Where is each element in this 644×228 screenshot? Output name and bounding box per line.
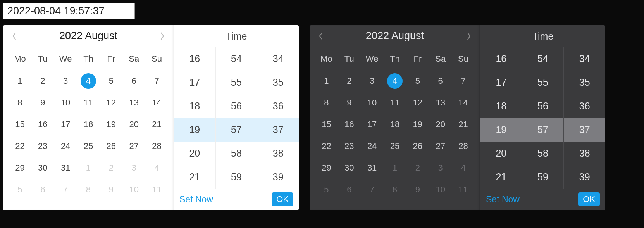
day-cell[interactable]: 11 — [145, 180, 168, 200]
time-cell[interactable]: 57 — [216, 118, 257, 142]
day-cell[interactable]: 25 — [384, 136, 406, 156]
day-cell[interactable]: 9 — [406, 180, 429, 200]
day-cell[interactable]: 29 — [9, 158, 31, 178]
day-cell[interactable]: 18 — [384, 114, 406, 135]
minute-column[interactable]: 545556575859 — [215, 47, 257, 189]
day-cell[interactable]: 5 — [100, 71, 122, 91]
day-cell[interactable]: 14 — [145, 93, 168, 113]
time-cell[interactable]: 56 — [522, 94, 564, 118]
time-cell[interactable]: 19 — [174, 118, 215, 142]
day-cell[interactable]: 16 — [31, 114, 54, 135]
day-cell[interactable]: 12 — [406, 93, 429, 113]
day-cell[interactable]: 7 — [452, 71, 475, 91]
day-cell[interactable]: 31 — [54, 158, 77, 178]
day-cell[interactable]: 27 — [429, 136, 452, 156]
day-cell[interactable]: 10 — [54, 93, 77, 113]
time-cell[interactable]: 55 — [216, 71, 257, 94]
day-cell[interactable]: 28 — [452, 136, 475, 156]
day-cell[interactable]: 10 — [122, 180, 145, 200]
day-cell[interactable]: 3 — [429, 158, 452, 178]
day-cell[interactable]: 7 — [361, 180, 384, 200]
day-cell[interactable]: 10 — [361, 93, 384, 113]
day-cell[interactable]: 5 — [406, 71, 429, 91]
day-cell[interactable]: 2 — [406, 158, 429, 178]
time-cell[interactable]: 54 — [522, 47, 564, 71]
day-cell[interactable]: 15 — [315, 114, 338, 135]
time-cell[interactable]: 20 — [174, 142, 215, 165]
day-cell[interactable]: 7 — [145, 71, 168, 91]
day-cell[interactable]: 11 — [452, 180, 475, 200]
ok-button[interactable]: OK — [272, 192, 293, 206]
day-cell[interactable]: 12 — [100, 93, 122, 113]
day-cell[interactable]: 8 — [9, 93, 31, 113]
time-cell[interactable]: 16 — [174, 47, 215, 71]
day-cell[interactable]: 13 — [429, 93, 452, 113]
time-cell[interactable]: 17 — [480, 71, 522, 94]
day-cell[interactable]: 27 — [122, 136, 145, 156]
day-cell[interactable]: 3 — [122, 158, 145, 178]
day-cell[interactable]: 26 — [406, 136, 429, 156]
day-cell[interactable]: 24 — [54, 136, 77, 156]
day-cell[interactable]: 5 — [315, 180, 338, 200]
time-cell[interactable]: 35 — [257, 71, 299, 94]
day-cell[interactable]: 15 — [9, 114, 31, 135]
time-cell[interactable]: 16 — [480, 47, 522, 71]
time-cell[interactable]: 35 — [564, 71, 605, 94]
day-cell[interactable]: 20 — [122, 114, 145, 135]
time-cell[interactable]: 38 — [257, 142, 299, 165]
set-now-button[interactable]: Set Now — [486, 194, 520, 205]
day-cell[interactable]: 22 — [315, 136, 338, 156]
time-cell[interactable]: 55 — [522, 71, 564, 94]
time-cell[interactable]: 39 — [564, 165, 605, 189]
day-cell[interactable]: 17 — [361, 114, 384, 135]
day-cell[interactable]: 21 — [452, 114, 475, 135]
day-cell[interactable]: 13 — [122, 93, 145, 113]
day-cell[interactable]: 9 — [338, 93, 361, 113]
set-now-button[interactable]: Set Now — [179, 194, 213, 205]
hour-column[interactable]: 161718192021 — [174, 47, 215, 189]
day-cell[interactable]: 3 — [361, 71, 384, 91]
time-cell[interactable]: 59 — [216, 165, 257, 189]
next-month-button[interactable] — [465, 32, 473, 40]
day-cell[interactable]: 4 — [384, 71, 406, 91]
day-cell[interactable]: 22 — [9, 136, 31, 156]
day-cell[interactable]: 9 — [31, 93, 54, 113]
second-column[interactable]: 343536373839 — [563, 47, 605, 189]
day-cell[interactable]: 1 — [9, 71, 31, 91]
second-column[interactable]: 343536373839 — [257, 47, 299, 189]
time-cell[interactable]: 58 — [522, 142, 564, 165]
prev-month-button[interactable] — [10, 32, 19, 40]
time-cell[interactable]: 36 — [257, 94, 299, 118]
next-month-button[interactable] — [158, 32, 167, 40]
day-cell[interactable]: 31 — [361, 158, 384, 178]
day-cell[interactable]: 30 — [338, 158, 361, 178]
day-cell[interactable]: 19 — [406, 114, 429, 135]
day-cell[interactable]: 16 — [338, 114, 361, 135]
time-cell[interactable]: 21 — [174, 165, 215, 189]
day-cell[interactable]: 8 — [315, 93, 338, 113]
time-cell[interactable]: 56 — [216, 94, 257, 118]
day-cell[interactable]: 26 — [100, 136, 122, 156]
time-cell[interactable]: 34 — [257, 47, 299, 71]
day-cell[interactable]: 11 — [384, 93, 406, 113]
prev-month-button[interactable] — [317, 32, 325, 40]
time-cell[interactable]: 37 — [257, 118, 299, 142]
day-cell[interactable]: 23 — [338, 136, 361, 156]
day-cell[interactable]: 1 — [384, 158, 406, 178]
hour-column[interactable]: 161718192021 — [480, 47, 522, 189]
year-month-label[interactable]: 2022 August — [59, 30, 117, 42]
day-cell[interactable]: 8 — [384, 180, 406, 200]
day-cell[interactable]: 8 — [77, 180, 100, 200]
time-cell[interactable]: 39 — [257, 165, 299, 189]
time-cell[interactable]: 38 — [564, 142, 605, 165]
day-cell[interactable]: 14 — [452, 93, 475, 113]
time-cell[interactable]: 34 — [564, 47, 605, 71]
day-cell[interactable]: 3 — [54, 71, 77, 91]
time-cell[interactable]: 57 — [522, 118, 564, 142]
time-cell[interactable]: 36 — [564, 94, 605, 118]
time-cell[interactable]: 20 — [480, 142, 522, 165]
day-cell[interactable]: 30 — [31, 158, 54, 178]
day-cell[interactable]: 29 — [315, 158, 338, 178]
day-cell[interactable]: 6 — [429, 71, 452, 91]
ok-button[interactable]: OK — [578, 192, 600, 206]
